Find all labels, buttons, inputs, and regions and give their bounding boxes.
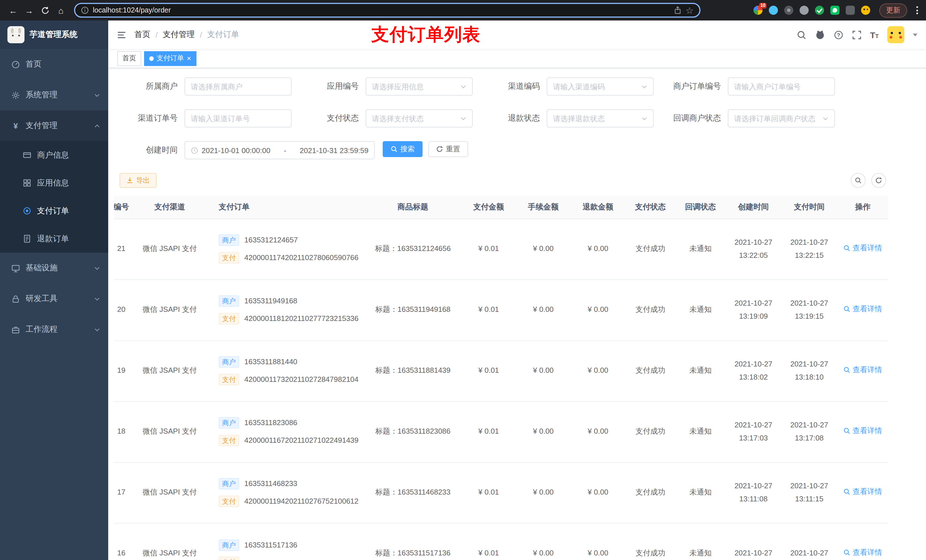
tag-home[interactable]: 首页 bbox=[117, 51, 141, 66]
app-select-input[interactable] bbox=[372, 82, 457, 91]
merchant-order-no-input[interactable] bbox=[734, 82, 829, 91]
view-detail-link[interactable]: 查看详情 bbox=[843, 425, 882, 437]
cell-channel: 微信 JSAPI 支付 bbox=[140, 462, 199, 523]
bookmark-star-icon[interactable]: ☆ bbox=[685, 5, 694, 16]
title-value: 1635311517136 bbox=[398, 549, 451, 557]
share-icon[interactable] bbox=[673, 6, 681, 14]
close-icon[interactable]: × bbox=[187, 54, 191, 62]
merchant-input[interactable] bbox=[191, 82, 285, 91]
table-row[interactable]: 16 微信 JSAPI 支付 商户1635311517136 支付 标题：163… bbox=[114, 523, 888, 560]
browser-menu-icon[interactable] bbox=[914, 4, 920, 17]
cell-refund-amount: ¥ 0.00 bbox=[570, 219, 625, 279]
extension-grid-icon[interactable]: 10 bbox=[754, 6, 763, 15]
credit-card-icon bbox=[23, 151, 31, 159]
extension-check-icon[interactable] bbox=[815, 6, 824, 15]
github-icon[interactable] bbox=[815, 30, 825, 40]
sidebar-item-home[interactable]: 首页 bbox=[0, 49, 108, 80]
reset-button[interactable]: 重置 bbox=[428, 141, 468, 157]
extension-puzzle-icon[interactable] bbox=[846, 6, 855, 15]
sidebar-item-merchant-info[interactable]: 商户信息 bbox=[0, 141, 108, 169]
user-menu-caret-icon[interactable] bbox=[913, 33, 917, 36]
table-row[interactable]: 17 微信 JSAPI 支付 商户1635311468233 支付4200001… bbox=[114, 462, 888, 523]
merchant-badge: 商户 bbox=[219, 295, 239, 307]
reload-icon[interactable] bbox=[38, 3, 52, 18]
forward-icon[interactable]: → bbox=[22, 3, 36, 18]
view-detail-link[interactable]: 查看详情 bbox=[843, 546, 882, 559]
view-detail-link[interactable]: 查看详情 bbox=[843, 242, 882, 255]
tag-pay-order[interactable]: 支付订单 × bbox=[144, 51, 196, 66]
merchant-badge: 商户 bbox=[219, 478, 239, 489]
font-size-icon[interactable]: TT bbox=[870, 30, 879, 39]
browser-update-button[interactable]: 更新 bbox=[879, 3, 907, 17]
sidebar-item-workflow[interactable]: 工作流程 bbox=[0, 314, 108, 345]
search-icon[interactable] bbox=[796, 30, 806, 39]
merchant-field[interactable] bbox=[185, 77, 292, 96]
extension-dark-icon[interactable] bbox=[784, 6, 793, 15]
site-info-icon[interactable] bbox=[81, 6, 89, 14]
pay-status-select[interactable] bbox=[366, 109, 473, 127]
grid-icon bbox=[23, 179, 31, 187]
merchant-order-no-field[interactable] bbox=[728, 77, 835, 96]
extension-chat-icon[interactable] bbox=[830, 6, 840, 15]
cell-pay-time: 2021-10-27 bbox=[781, 523, 837, 560]
extension-grey-icon[interactable] bbox=[800, 6, 809, 15]
sidebar-item-payment[interactable]: ¥ 支付管理 bbox=[0, 110, 108, 141]
chevron-down-icon bbox=[460, 115, 466, 122]
title-prefix: 标题： bbox=[375, 366, 398, 375]
back-icon[interactable]: ← bbox=[6, 3, 21, 18]
view-detail-link[interactable]: 查看详情 bbox=[843, 486, 882, 498]
monitor-icon bbox=[11, 264, 20, 272]
channel-order-no-field[interactable] bbox=[185, 109, 292, 127]
address-bar[interactable]: localhost:1024/pay/order ☆ bbox=[74, 3, 701, 18]
cell-pay-order: 商户1635311881440 支付4200001173202110272847… bbox=[199, 340, 365, 401]
extension-drop-icon[interactable] bbox=[769, 6, 778, 15]
create-time-range-picker[interactable]: 2021-10-01 00:00:00 - 2021-10-31 23:59:5… bbox=[185, 141, 375, 159]
magnifier-icon bbox=[843, 306, 850, 313]
sidebar-item-pay-order[interactable]: 支付订单 bbox=[0, 197, 108, 225]
breadcrumb-current: 支付订单 bbox=[207, 30, 239, 40]
sidebar-item-label: 支付管理 bbox=[26, 121, 57, 131]
notify-status-select[interactable] bbox=[728, 109, 835, 127]
sidebar-item-dev-tools[interactable]: 研发工具 bbox=[0, 284, 108, 314]
breadcrumb-pay-management[interactable]: 支付管理 bbox=[163, 30, 195, 40]
merchant-order-no: 1635312124657 bbox=[244, 234, 298, 246]
sidebar-item-refund-order[interactable]: 退款订单 bbox=[0, 225, 108, 253]
notify-status-input[interactable] bbox=[734, 114, 819, 123]
table-row[interactable]: 19 微信 JSAPI 支付 商户1635311881440 支付4200001… bbox=[114, 340, 888, 401]
navbar-actions: ? TT bbox=[796, 26, 917, 43]
pay-status-input[interactable] bbox=[372, 114, 457, 123]
sidebar-item-system[interactable]: 系统管理 bbox=[0, 80, 108, 110]
user-avatar[interactable] bbox=[887, 26, 904, 43]
title-value: 1635311881439 bbox=[398, 366, 451, 375]
hamburger-icon[interactable] bbox=[117, 30, 126, 39]
channel-code-input[interactable] bbox=[553, 82, 638, 91]
cell-create-time: 2021-10-27 13:22:05 bbox=[726, 219, 781, 279]
view-detail-link[interactable]: 查看详情 bbox=[843, 364, 882, 376]
search-button[interactable]: 搜索 bbox=[383, 141, 422, 157]
merchant-order-no-label: 商户订单编号 bbox=[661, 82, 728, 92]
fullscreen-icon[interactable] bbox=[852, 30, 861, 39]
app-select[interactable] bbox=[366, 77, 473, 96]
breadcrumb-home[interactable]: 首页 bbox=[135, 30, 150, 40]
sidebar-item-infra[interactable]: 基础设施 bbox=[0, 253, 108, 284]
refund-status-input[interactable] bbox=[553, 114, 638, 123]
table-row[interactable]: 18 微信 JSAPI 支付 商户1635311823086 支付4200001… bbox=[114, 401, 888, 462]
table-row[interactable]: 20 微信 JSAPI 支付 商户1635311949168 支付4200001… bbox=[114, 279, 888, 340]
column-header-fee-amount: 手续金额 bbox=[516, 196, 570, 219]
magnifier-icon bbox=[843, 367, 850, 374]
help-icon[interactable]: ? bbox=[834, 30, 843, 39]
extension-face-icon[interactable] bbox=[861, 6, 870, 15]
cell-notify-status: 未通知 bbox=[675, 523, 726, 560]
view-detail-link[interactable]: 查看详情 bbox=[843, 303, 882, 315]
sidebar-item-app-info[interactable]: 应用信息 bbox=[0, 169, 108, 197]
refresh-table-button[interactable] bbox=[872, 173, 886, 188]
table-row[interactable]: 21 微信 JSAPI 支付 商户1635312124657 支付4200001… bbox=[114, 219, 888, 279]
channel-code-select[interactable] bbox=[547, 77, 654, 96]
refund-status-select[interactable] bbox=[547, 109, 654, 127]
export-button[interactable]: 导出 bbox=[120, 173, 157, 188]
home-icon[interactable]: ⌂ bbox=[53, 3, 68, 18]
channel-order-no-input[interactable] bbox=[191, 114, 285, 123]
toggle-search-button[interactable] bbox=[851, 173, 865, 188]
view-detail-label: 查看详情 bbox=[853, 303, 882, 315]
title-prefix: 标题： bbox=[375, 549, 398, 557]
